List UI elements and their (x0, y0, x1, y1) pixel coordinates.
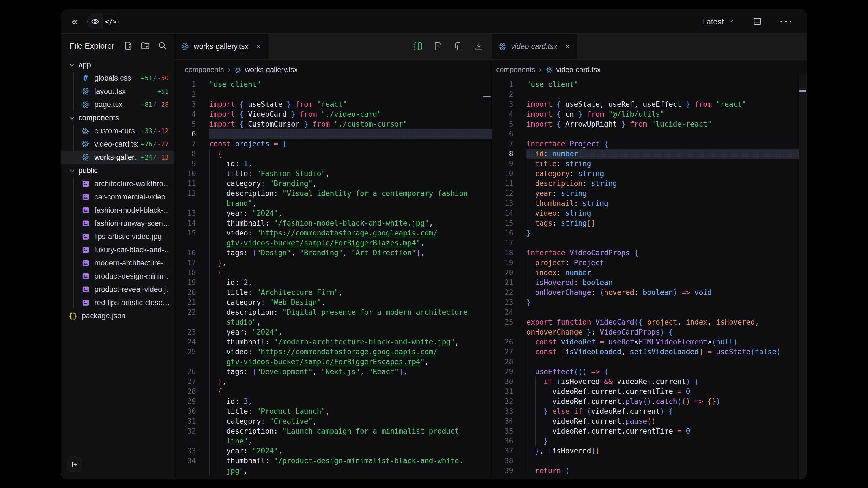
code-line[interactable]: 26 tags: ["Development", "Next.js", "Rea… (175, 367, 492, 377)
code-line[interactable]: 27 const [isVideoLoaded, setIsVideoLoade… (492, 347, 807, 357)
search-button[interactable] (158, 41, 167, 51)
tree-item-product-design-minim[interactable]: product-design-minim… (61, 269, 174, 283)
code-line[interactable]: 31 videoRef.current.currentTime = 0 (492, 387, 807, 396)
code-line[interactable]: 18 { (175, 268, 492, 278)
split-diff-button[interactable] (413, 41, 423, 52)
left-breadcrumb[interactable]: components › works-gallery.tsx (175, 60, 492, 79)
code-line[interactable]: 37 }, [isHovered]) (492, 446, 807, 456)
code-line[interactable]: 10 category: string (492, 169, 807, 178)
code-line[interactable]: 32 videoRef.current.play().catch(() => {… (492, 396, 807, 406)
code-line[interactable]: 12 year: string (492, 189, 807, 198)
code-line[interactable]: 9 id: 1, (175, 159, 492, 169)
scrollbar-thumb[interactable] (799, 90, 806, 92)
code-editor-video-card[interactable]: 1"use client"23import { useState, useRef… (492, 79, 807, 476)
close-tab-button[interactable]: × (256, 42, 261, 51)
code-line[interactable]: jpg", (175, 466, 492, 476)
code-line[interactable]: 16 tags: ["Design", "Branding", "Art Dir… (175, 248, 492, 258)
code-line[interactable]: 19 project: Project (492, 258, 807, 268)
code-line[interactable]: 5import { CustomCursor } from "./custom-… (175, 119, 492, 129)
code-line[interactable]: 29 useEffect(() => { (492, 367, 807, 377)
tree-item-custom-curs[interactable]: custom-curs…+33/-12 (61, 124, 174, 137)
code-line[interactable]: 27 }, (175, 377, 492, 387)
tree-item-globals.css[interactable]: #globals.css+51/-50 (61, 71, 174, 85)
code-line[interactable]: 11 category: "Branding", (175, 178, 492, 189)
code-line[interactable]: 6 (492, 129, 807, 139)
tree-item-video-card.tsx[interactable]: video-card.tsx+76/-27 (61, 137, 174, 151)
tree-item-product-reveal-video.j[interactable]: product-reveal-video.j… (61, 283, 174, 296)
file-diff-button[interactable] (433, 41, 443, 52)
code-line[interactable]: 7const projects = [ (175, 139, 492, 149)
collapse-panel-button[interactable]: « (70, 16, 80, 28)
code-line[interactable]: 3import { useState } from "react" (175, 99, 492, 109)
code-line[interactable]: 25export function VideoCard({ project, i… (492, 317, 807, 327)
tree-item-layout.tsx[interactable]: layout.tsx+51 (61, 85, 174, 98)
code-line[interactable]: 17 }, (175, 258, 492, 268)
preview-toggle-button[interactable] (88, 14, 103, 29)
code-line[interactable]: 2 (492, 89, 807, 99)
tree-folder-public[interactable]: public (61, 164, 174, 177)
code-line[interactable]: 4import { VideoCard } from "./video-card… (175, 109, 492, 119)
code-line[interactable]: gtv-videos-bucket/sample/ForBiggerBlazes… (175, 238, 492, 248)
code-line[interactable]: 11 description: string (492, 178, 807, 189)
code-line[interactable]: 26 const videoRef = useRef<HTMLVideoElem… (492, 337, 807, 347)
copy-button[interactable] (454, 41, 463, 52)
collapse-sidebar-button[interactable] (67, 457, 82, 472)
tree-item-red-lips-artistic-close[interactable]: red-lips-artistic-close… (61, 296, 174, 309)
code-line[interactable]: 15 video: "https://commondatastorage.goo… (175, 228, 492, 238)
code-line[interactable]: 17 (492, 238, 807, 248)
tree-item-fashion-model-black-[interactable]: fashion-model-black-… (61, 203, 174, 217)
code-line[interactable]: 13 thumbnail: string (492, 198, 807, 208)
code-line[interactable]: 21 category: "Web Design", (175, 297, 492, 307)
tree-item-package.json[interactable]: {}package.json (61, 309, 174, 322)
code-line[interactable]: 35 videoRef.current.currentTime = 0 (492, 426, 807, 436)
code-line[interactable]: 5import { ArrowUpRight } from "lucide-re… (492, 119, 807, 129)
tree-folder-app[interactable]: app (61, 58, 174, 71)
code-line[interactable]: 24 (492, 307, 807, 317)
code-line[interactable]: 6 (175, 129, 492, 139)
scrollbar-thumb[interactable] (483, 96, 491, 97)
code-line[interactable]: 20 title: "Architecture Firm", (175, 288, 492, 297)
code-line[interactable]: 30 if (isHovered && videoRef.current) { (492, 377, 807, 387)
code-line[interactable]: 34 thumbnail: "/product-design-minimalis… (175, 456, 492, 466)
code-line[interactable]: 12 description: "Visual identity for a c… (175, 189, 492, 198)
code-line[interactable]: 33 } else if (videoRef.current) { (492, 406, 807, 416)
code-line[interactable]: 20 index: number (492, 268, 807, 278)
tree-item-works-galler[interactable]: works-galler…+24/-13 (61, 151, 174, 164)
code-line[interactable]: 19 id: 2, (175, 278, 492, 288)
code-line[interactable]: 22 onHoverChange: (hovered: boolean) => … (492, 288, 807, 297)
tree-item-lips-artistic-video.jpg[interactable]: lips-artistic-video.jpg (61, 230, 174, 243)
right-breadcrumb[interactable]: components › video-card.tsx (492, 60, 807, 79)
code-line[interactable]: 1"use client" (492, 79, 807, 89)
code-line[interactable]: 23 year: "2024", (175, 327, 492, 337)
new-folder-button[interactable] (141, 41, 150, 51)
code-line[interactable]: 16} (492, 228, 807, 238)
code-line[interactable]: 2 (175, 89, 492, 99)
code-line[interactable]: 34 videoRef.current.pause() (492, 416, 807, 426)
code-line[interactable]: 32 description: "Launch campaign for a m… (175, 426, 492, 436)
code-line[interactable]: 36 } (492, 436, 807, 446)
tab-video-card[interactable]: video-card.tsx × (492, 34, 577, 59)
code-line[interactable]: gtv-videos-bucket/sample/ForBiggerEscape… (175, 357, 492, 367)
version-dropdown[interactable]: Latest (701, 17, 737, 27)
tree-folder-components[interactable]: components (61, 111, 174, 124)
code-line[interactable]: 4import { cn } from "@/lib/utils" (492, 109, 807, 119)
code-line[interactable]: 8 { (175, 149, 492, 159)
code-line[interactable]: 28 { (175, 387, 492, 396)
code-line[interactable]: 8 id: number (492, 149, 807, 159)
code-line[interactable]: 23} (492, 297, 807, 307)
tree-item-car-commercial-video[interactable]: car-commercial-video… (61, 190, 174, 203)
close-tab-button[interactable]: × (565, 42, 570, 51)
code-line[interactable]: brand", (175, 198, 492, 208)
code-line[interactable]: 13 year: "2024", (175, 208, 492, 218)
code-line[interactable]: 29 id: 3, (175, 396, 492, 406)
code-line[interactable]: 18interface VideoCardProps { (492, 248, 807, 258)
tree-item-page.tsx[interactable]: page.tsx+81/-28 (61, 98, 174, 111)
code-line[interactable]: 7interface Project { (492, 139, 807, 149)
code-line[interactable]: 9 title: string (492, 159, 807, 169)
code-toggle-button[interactable]: </> (103, 14, 118, 29)
code-line[interactable]: 3import { useState, useRef, useEffect } … (492, 99, 807, 109)
layout-panel-button[interactable] (751, 17, 764, 27)
code-line[interactable]: 31 category: "Creative", (175, 416, 492, 426)
code-line[interactable]: 22 description: "Digital presence for a … (175, 307, 492, 317)
download-button[interactable] (474, 41, 484, 52)
